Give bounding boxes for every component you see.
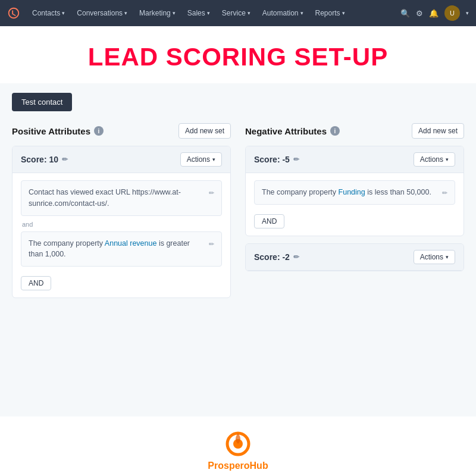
page-title: LEAD SCORING SET-UP (12, 43, 464, 71)
chevron-down-icon: ▾ (342, 10, 345, 16)
annual-revenue-link[interactable]: Annual revenue (105, 239, 157, 248)
brand-name: ProsperoHub (208, 461, 268, 471)
chevron-down-icon: ▾ (212, 156, 215, 162)
negative-actions-2-button[interactable]: Actions ▾ (414, 250, 455, 264)
footer-branding: ProsperoHub (0, 416, 476, 476)
negative-and-button-1[interactable]: AND (254, 214, 284, 228)
negative-rule-1-text: The company property Funding is less tha… (262, 187, 439, 198)
search-icon[interactable]: 🔍 (400, 9, 410, 18)
nav-item-reports[interactable]: Reports ▾ (311, 7, 350, 20)
positive-actions-button[interactable]: Actions ▾ (180, 152, 222, 167)
chevron-down-icon: ▾ (300, 10, 303, 16)
positive-and-button[interactable]: AND (21, 276, 51, 290)
negative-info-icon[interactable]: i (330, 126, 340, 136)
test-contact-button[interactable]: Test contact (12, 93, 72, 111)
nav-item-conversations[interactable]: Conversations ▾ (72, 7, 132, 20)
nav-item-automation[interactable]: Automation ▾ (258, 7, 308, 20)
nav-item-sales[interactable]: Sales ▾ (183, 7, 215, 20)
positive-attributes-column: Positive Attributes i Add new set Score:… (12, 123, 231, 305)
positive-rule-2-text: The company property Annual revenue is g… (29, 238, 205, 261)
negative-rule-1: The company property Funding is less tha… (254, 180, 455, 205)
negative-score-2-value: Score: -2 (254, 252, 290, 262)
funding-link[interactable]: Funding (339, 188, 365, 196)
gear-icon[interactable]: ⚙ (416, 9, 423, 18)
chevron-down-icon: ▾ (207, 10, 210, 16)
bell-icon[interactable]: 🔔 (429, 9, 439, 18)
negative-score-2-edit-icon[interactable]: ✏ (293, 253, 299, 261)
positive-score-edit-icon[interactable]: ✏ (62, 155, 68, 164)
positive-add-new-set-button[interactable]: Add new set (178, 123, 231, 139)
chevron-down-icon[interactable]: ▾ (466, 10, 469, 16)
rule-edit-icon[interactable]: ✏ (442, 188, 447, 198)
prospero-hub-logo (225, 431, 251, 457)
positive-rule-1: Contact has viewed exact URL https://www… (21, 180, 222, 216)
hubspot-logo[interactable] (7, 7, 20, 20)
negative-attributes-column: Negative Attributes i Add new set Score:… (245, 123, 464, 305)
chevron-down-icon: ▾ (446, 156, 449, 162)
negative-score-card-1: Score: -5 ✏ Actions ▾ The company proper… (245, 146, 464, 236)
chevron-down-icon: ▾ (248, 10, 250, 16)
positive-and-label: and (21, 221, 222, 228)
navbar: Contacts ▾ Conversations ▾ Marketing ▾ S… (0, 0, 476, 26)
chevron-down-icon: ▾ (173, 10, 176, 16)
chevron-down-icon: ▾ (62, 10, 65, 16)
negative-score-1-value: Score: -5 (254, 155, 290, 164)
page-title-banner: LEAD SCORING SET-UP (0, 26, 476, 83)
chevron-down-icon: ▾ (446, 254, 449, 260)
negative-actions-1-button[interactable]: Actions ▾ (414, 152, 455, 167)
positive-score-value: Score: 10 (21, 155, 58, 164)
negative-add-new-set-button[interactable]: Add new set (412, 123, 464, 139)
nav-item-service[interactable]: Service ▾ (217, 7, 255, 20)
positive-attributes-title: Positive Attributes (12, 126, 90, 136)
content-area: Test contact Positive Attributes i Add n… (0, 83, 476, 416)
rule-edit-icon[interactable]: ✏ (209, 188, 214, 198)
positive-rule-2: The company property Annual revenue is g… (21, 231, 222, 267)
chevron-down-icon: ▾ (124, 10, 127, 16)
negative-score-card-2: Score: -2 ✏ Actions ▾ (245, 243, 464, 271)
negative-attributes-title: Negative Attributes (245, 126, 327, 136)
positive-score-card: Score: 10 ✏ Actions ▾ Contact has viewed… (12, 146, 231, 298)
positive-info-icon[interactable]: i (94, 126, 104, 136)
nav-item-marketing[interactable]: Marketing ▾ (134, 7, 180, 20)
negative-score-1-edit-icon[interactable]: ✏ (293, 155, 299, 164)
positive-rule-1-text: Contact has viewed exact URL https://www… (29, 187, 205, 209)
nav-item-contacts[interactable]: Contacts ▾ (27, 7, 70, 20)
rule-edit-icon[interactable]: ✏ (209, 239, 214, 249)
avatar[interactable]: U (444, 5, 460, 21)
